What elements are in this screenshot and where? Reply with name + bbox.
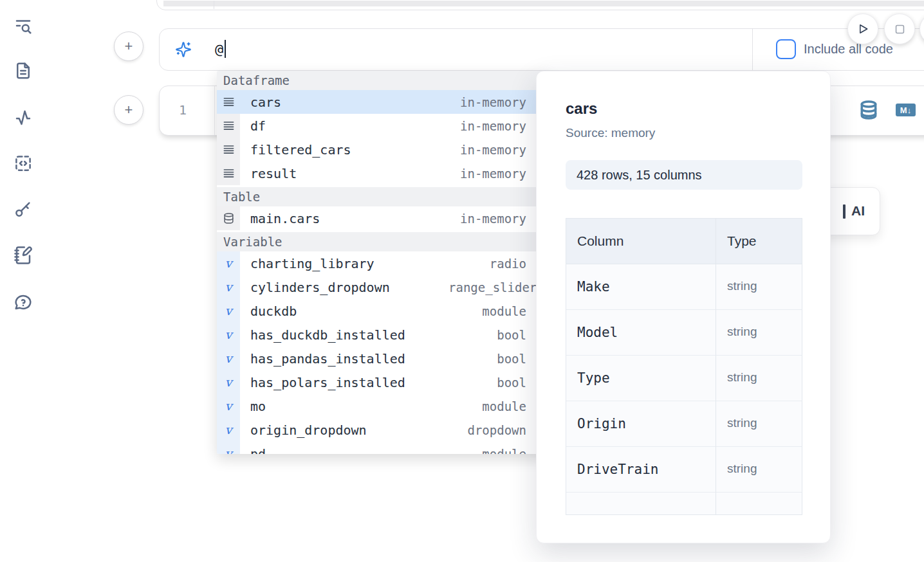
ai-prompt-value: @ (215, 41, 223, 57)
clipped-letter-fragment (843, 204, 845, 219)
ai-card-divider (752, 29, 753, 70)
schema-row: Make string (566, 264, 802, 310)
ai-button-label: AI (851, 203, 865, 219)
cell-gutter-divider (214, 86, 215, 135)
include-all-code-checkbox[interactable] (776, 39, 796, 59)
dataframe-rows-icon (223, 143, 235, 156)
schema-row: Model string (566, 310, 802, 356)
ai-prompt-card: @ Include all code (159, 28, 924, 71)
autocomplete-item-filtered-cars[interactable]: filtered_cars in-memory (217, 138, 550, 161)
autocomplete-item-result[interactable]: result in-memory (217, 161, 550, 185)
stop-icon (894, 23, 906, 35)
code-snippet-icon[interactable] (14, 154, 33, 173)
schema-row: Type string (566, 356, 802, 401)
autocomplete-item-has-pandas-installed[interactable]: v has_pandas_installed bool (217, 347, 550, 370)
notebook-pen-icon[interactable] (14, 246, 33, 265)
play-icon (856, 23, 869, 35)
schema-table: Column Type Make string Model string Typ… (566, 218, 802, 515)
section-header-dataframe: Dataframe (217, 71, 550, 90)
autocomplete-item-has-duckdb-installed[interactable]: v has_duckdb_installed bool (217, 323, 550, 347)
table-database-icon (223, 212, 235, 224)
activity-icon[interactable] (14, 108, 33, 127)
section-header-variable: Variable (217, 232, 550, 251)
column-header: Column (566, 219, 716, 264)
autocomplete-item-duckdb[interactable]: v duckdb module (217, 299, 550, 323)
shape-badge: 428 rows, 15 columns (566, 160, 802, 190)
autocomplete-item-cars[interactable]: cars in-memory (217, 90, 550, 114)
preview-source: Source: memory (566, 126, 802, 140)
schema-row: Origin string (566, 401, 802, 447)
autocomplete-item-cylinders-dropdown[interactable]: v cylinders_dropdown range_slider (217, 275, 550, 299)
stop-button[interactable] (884, 14, 915, 44)
schema-row: DriveTrain string (566, 447, 802, 493)
previous-cell-bottom (156, 0, 924, 10)
file-document-icon[interactable] (14, 61, 33, 80)
sql-database-icon[interactable] (858, 100, 879, 120)
run-cell-button[interactable] (847, 14, 878, 44)
section-header-table: Table (217, 187, 550, 206)
dataframe-rows-icon (223, 120, 235, 132)
autocomplete-item-pd[interactable]: v pd module (217, 442, 550, 454)
autocomplete-item-mo[interactable]: v mo module (217, 394, 550, 418)
schema-row-partial (566, 493, 802, 515)
autocomplete-item-charting-library[interactable]: v charting_library radio (217, 251, 550, 275)
sparkles-icon (175, 41, 192, 58)
variable-icon: v (225, 424, 232, 436)
autocomplete-item-df[interactable]: df in-memory (217, 114, 550, 138)
previous-cell-output-strip (163, 1, 924, 6)
markdown-icon[interactable]: M↓ (896, 104, 916, 116)
preview-title: cars (566, 100, 802, 118)
list-search-icon[interactable] (14, 16, 33, 35)
line-number: 1 (160, 86, 206, 134)
variable-icon: v (225, 281, 232, 293)
text-caret (225, 40, 226, 58)
dataframe-rows-icon (223, 167, 235, 179)
autocomplete-item-has-polars-installed[interactable]: v has_polars_installed bool (217, 370, 550, 394)
variable-icon: v (225, 329, 232, 341)
variable-icon: v (225, 305, 232, 317)
variable-icon: v (225, 376, 232, 388)
key-icon[interactable] (14, 199, 33, 219)
autocomplete-dropdown: Dataframe cars in-memory df in-memory fi… (217, 71, 550, 454)
dataframe-rows-icon (223, 96, 235, 108)
autocomplete-item-origin-dropdown[interactable]: v origin_dropdown dropdown (217, 418, 550, 442)
help-bubble-icon[interactable] (14, 293, 33, 312)
variable-icon: v (225, 257, 232, 269)
variable-icon: v (225, 352, 232, 365)
schema-header-row: Column Type (566, 219, 802, 264)
add-cell-button-bottom[interactable]: + (114, 95, 143, 125)
variable-icon: v (225, 448, 232, 454)
include-all-code-label: Include all code (804, 42, 893, 57)
type-header: Type (716, 219, 802, 264)
previous-cell-gutter-divider (214, 1, 214, 9)
autocomplete-item-main-cars[interactable]: main.cars in-memory (217, 206, 550, 230)
add-cell-button-top[interactable]: + (114, 32, 143, 61)
ai-prompt-input[interactable]: @ (215, 29, 226, 69)
marimo-notebook: + + @ Include all code 1 (0, 0, 924, 562)
variable-icon: v (225, 400, 232, 412)
dataframe-preview-panel: cars Source: memory 428 rows, 15 columns… (536, 71, 831, 543)
